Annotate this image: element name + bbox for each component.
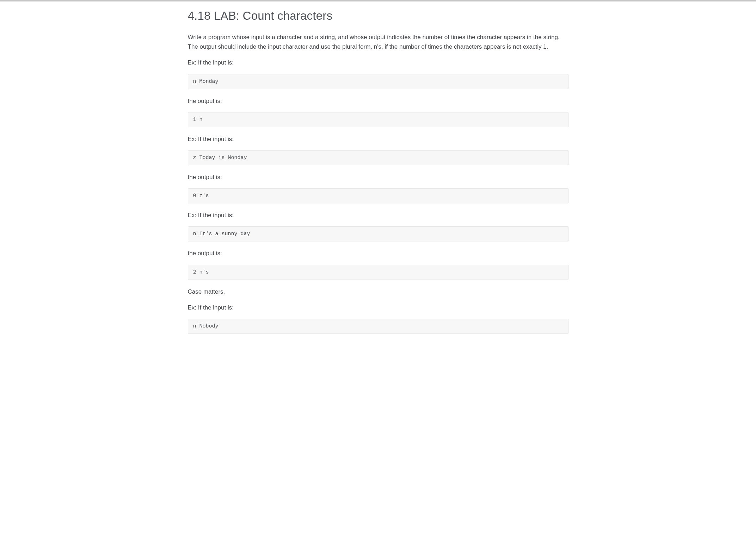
example-input-code: n Nobody [188, 319, 568, 334]
example-input-code: z Today is Monday [188, 150, 568, 165]
lab-content: 4.18 LAB: Count characters Write a progr… [170, 1, 586, 355]
example-output-code: 0 z's [188, 188, 568, 203]
example-input-label: Ex: If the input is: [188, 210, 568, 220]
example-input-label: Ex: If the input is: [188, 58, 568, 67]
page-title: 4.18 LAB: Count characters [188, 9, 568, 23]
example-input-label: Ex: If the input is: [188, 303, 568, 312]
case-matters-note: Case matters. [188, 287, 568, 296]
example-output-label: the output is: [188, 249, 568, 258]
example-output-label: the output is: [188, 172, 568, 182]
example-output-code: 1 n [188, 112, 568, 127]
example-input-label: Ex: If the input is: [188, 134, 568, 144]
example-input-code: n Monday [188, 74, 568, 89]
example-input-code: n It's a sunny day [188, 226, 568, 241]
example-output-label: the output is: [188, 96, 568, 106]
intro-paragraph: Write a program whose input is a charact… [188, 32, 568, 51]
example-output-code: 2 n's [188, 265, 568, 280]
